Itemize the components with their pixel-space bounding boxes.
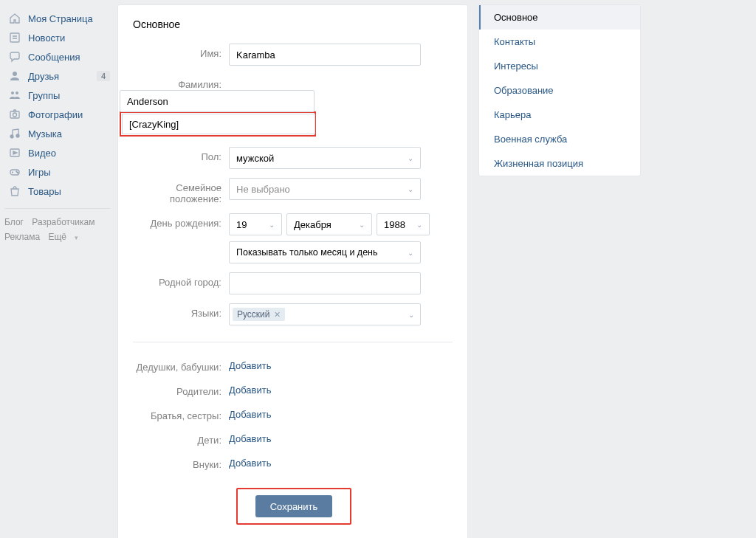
label-hometown: Родной город:	[133, 272, 229, 288]
video-icon	[7, 145, 22, 160]
svg-point-7	[16, 134, 19, 137]
nav-label: Сообщения	[28, 52, 80, 63]
nav-messages[interactable]: Сообщения	[4, 47, 114, 66]
left-sidebar: Моя Страница Новости Сообщения Друзья 4	[0, 4, 114, 538]
settings-tabs: Основное Контакты Интересы Образование К…	[478, 4, 641, 176]
chevron-down-icon: ▾	[75, 234, 78, 241]
groups-icon	[7, 88, 22, 103]
main-panel: Основное Имя: Фамилия: Пол: мужской	[117, 4, 468, 538]
footer-blog[interactable]: Блог	[4, 217, 24, 227]
nav-video[interactable]: Видео	[4, 143, 114, 162]
chevron-down-icon: ⌄	[408, 185, 413, 193]
chevron-down-icon: ⌄	[408, 154, 413, 162]
chevron-down-icon: ⌄	[269, 221, 275, 229]
label-children: Дети:	[133, 430, 229, 446]
label-name: Имя:	[133, 44, 229, 59]
footer-devs[interactable]: Разработчикам	[32, 217, 94, 227]
gamepad-icon	[7, 165, 22, 179]
nav-photos[interactable]: Фотографии	[4, 105, 114, 124]
tab-interests[interactable]: Интересы	[479, 54, 640, 78]
nav-label: Фотографии	[28, 109, 83, 120]
nav-label: Новости	[28, 32, 65, 44]
save-button[interactable]: Сохранить	[255, 495, 333, 517]
friends-icon	[7, 69, 22, 83]
nav-music[interactable]: Музыка	[4, 124, 114, 143]
label-bday: День рождения:	[133, 213, 229, 229]
nav-label: Игры	[28, 167, 51, 178]
bday-visibility-select[interactable]: Показывать только месяц и день ⌄	[229, 241, 421, 263]
svg-point-2	[11, 92, 14, 94]
home-icon	[7, 11, 22, 26]
chevron-down-icon: ⌄	[408, 249, 413, 257]
nav-games[interactable]: Игры	[4, 162, 114, 182]
relation-select[interactable]: Не выбрано ⌄	[229, 178, 421, 200]
add-grandparents-link[interactable]: Добавить	[229, 357, 271, 371]
svg-point-5	[13, 113, 17, 117]
label-surname: Фамилия:	[133, 75, 229, 90]
nickname-highlight	[120, 111, 316, 137]
name-input[interactable]	[229, 44, 421, 66]
label-grandchildren: Внуки:	[133, 455, 229, 470]
bag-icon	[7, 184, 22, 199]
languages-input[interactable]: Русский ✕ ⌄	[229, 303, 421, 325]
nav-label: Видео	[28, 148, 56, 159]
save-highlight: Сохранить	[236, 488, 351, 525]
label-grandparents: Дедушки, бабушки:	[133, 357, 229, 373]
sex-select[interactable]: мужской ⌄	[229, 147, 421, 169]
bday-month-select[interactable]: Декабря ⌄	[286, 213, 372, 235]
svg-point-10	[16, 171, 17, 172]
nav-label: Друзья	[28, 71, 59, 82]
surname-input[interactable]	[120, 90, 315, 112]
chevron-down-icon: ⌄	[416, 221, 422, 229]
tab-contacts[interactable]: Контакты	[479, 30, 640, 54]
add-children-link[interactable]: Добавить	[229, 430, 271, 444]
label-parents: Родители:	[133, 382, 229, 397]
friends-badge: 4	[97, 71, 110, 81]
language-chip: Русский ✕	[233, 308, 285, 321]
chevron-down-icon: ⌄	[359, 221, 365, 229]
footer-links: Блог Разработчикам Реклама Ещё ▾	[4, 215, 114, 245]
svg-rect-0	[10, 33, 19, 42]
tab-position[interactable]: Жизненная позиция	[479, 151, 640, 176]
nav-label: Моя Страница	[28, 13, 93, 24]
chevron-down-icon: ⌄	[408, 311, 414, 319]
nav-my-page[interactable]: Моя Страница	[4, 9, 114, 28]
tab-career[interactable]: Карьера	[479, 103, 640, 127]
nav-market[interactable]: Товары	[4, 182, 114, 201]
nav-groups[interactable]: Группы	[4, 86, 114, 105]
tab-general[interactable]: Основное	[479, 5, 640, 30]
tab-military[interactable]: Военная служба	[479, 127, 640, 151]
label-sex: Пол:	[133, 147, 229, 162]
news-icon	[7, 30, 22, 45]
nav-label: Музыка	[28, 128, 62, 139]
add-grandchildren-link[interactable]: Добавить	[229, 455, 271, 469]
page-title: Основное	[118, 5, 467, 44]
add-siblings-link[interactable]: Добавить	[229, 406, 271, 420]
label-langs: Языки:	[133, 303, 229, 319]
footer-ads[interactable]: Реклама	[4, 232, 40, 242]
footer-more[interactable]: Ещё ▾	[48, 232, 84, 242]
messages-icon	[7, 49, 22, 64]
nav-news[interactable]: Новости	[4, 28, 114, 47]
camera-icon	[7, 107, 22, 122]
nav-label: Товары	[28, 186, 61, 197]
close-icon[interactable]: ✕	[274, 310, 281, 320]
hometown-input[interactable]	[229, 272, 421, 294]
nav-separator	[4, 208, 110, 209]
separator	[133, 342, 453, 342]
add-parents-link[interactable]: Добавить	[229, 382, 271, 396]
label-siblings: Братья, сестры:	[133, 406, 229, 421]
nickname-input[interactable]	[122, 114, 315, 134]
bday-year-select[interactable]: 1988 ⌄	[377, 213, 430, 235]
nav-friends[interactable]: Друзья 4	[4, 66, 114, 86]
tab-education[interactable]: Образование	[479, 78, 640, 103]
svg-point-1	[13, 72, 17, 76]
svg-point-3	[16, 92, 18, 94]
label-relation: Семейное положение:	[133, 178, 229, 204]
music-icon	[7, 126, 22, 141]
svg-point-11	[17, 172, 18, 173]
nav-label: Группы	[28, 90, 60, 101]
bday-day-select[interactable]: 19 ⌄	[229, 213, 282, 235]
svg-point-6	[10, 135, 13, 138]
